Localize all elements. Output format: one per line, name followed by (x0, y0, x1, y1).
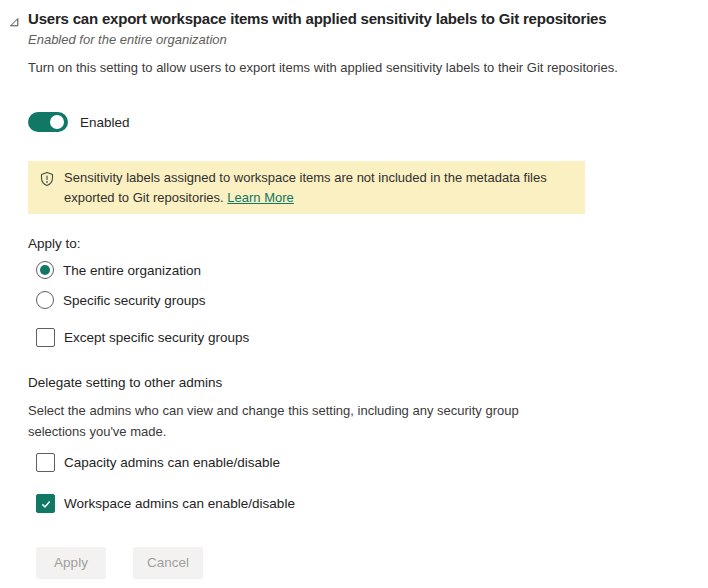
checkbox-box (36, 453, 55, 472)
checkbox-label: Capacity admins can enable/disable (64, 455, 280, 470)
checkbox-box (36, 494, 55, 513)
radio-dot (40, 265, 50, 275)
checkbox-box (36, 328, 55, 347)
setting-status-subtitle: Enabled for the entire organization (28, 32, 227, 47)
banner-text: Sensitivity labels assigned to workspace… (64, 168, 569, 207)
checkbox-workspace-admins[interactable]: Workspace admins can enable/disable (36, 494, 295, 513)
enabled-toggle[interactable] (28, 112, 68, 132)
tenant-setting-panel: Users can export workspace items with ap… (0, 0, 708, 588)
toggle-state-label: Enabled (80, 115, 130, 130)
enabled-toggle-row: Enabled (28, 112, 130, 132)
radio-specific-security-groups[interactable]: Specific security groups (36, 291, 206, 309)
cancel-button[interactable]: Cancel (133, 547, 203, 579)
radio-label: Specific security groups (63, 293, 206, 308)
setting-description: Turn on this setting to allow users to e… (28, 57, 628, 78)
checkbox-except-security-groups[interactable]: Except specific security groups (36, 328, 249, 347)
radio-circle (36, 261, 54, 279)
info-banner: Sensitivity labels assigned to workspace… (28, 161, 585, 214)
banner-message: Sensitivity labels assigned to workspace… (64, 170, 547, 205)
checkbox-capacity-admins[interactable]: Capacity admins can enable/disable (36, 453, 280, 472)
learn-more-link[interactable]: Learn More (227, 190, 293, 205)
delegation-description: Select the admins who can view and chang… (28, 400, 573, 442)
checkbox-label: Workspace admins can enable/disable (64, 496, 295, 511)
radio-circle (36, 291, 54, 309)
radio-entire-organization[interactable]: The entire organization (36, 261, 201, 279)
apply-to-label: Apply to: (28, 236, 81, 251)
setting-title[interactable]: Users can export workspace items with ap… (28, 10, 668, 27)
collapse-triangle-icon[interactable] (8, 14, 20, 26)
toggle-knob (50, 115, 64, 129)
shield-alert-icon (39, 171, 55, 207)
delegation-heading: Delegate setting to other admins (28, 375, 222, 390)
checkbox-label: Except specific security groups (64, 330, 249, 345)
apply-button[interactable]: Apply (36, 547, 106, 579)
radio-label: The entire organization (63, 263, 201, 278)
